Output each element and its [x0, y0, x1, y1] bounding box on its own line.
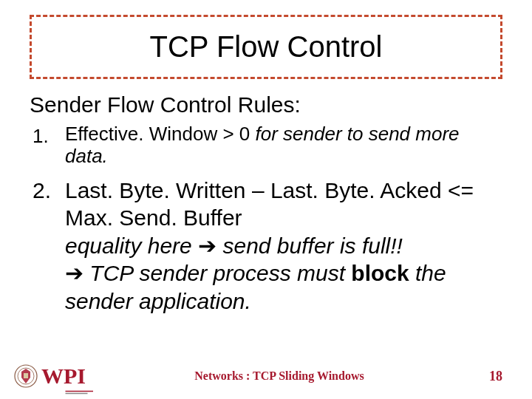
arrow-icon: ➔: [65, 261, 83, 285]
text: send buffer is full!!: [216, 233, 403, 258]
text-line: equality here ➔ send buffer is full!!: [65, 232, 502, 260]
list-content: Last. Byte. Written – Last. Byte. Acked …: [65, 177, 502, 316]
footer: WPI Networks : TCP Sliding Windows 18: [0, 364, 532, 389]
page-number: 18: [473, 369, 502, 384]
text: TCP sender process must: [83, 261, 351, 285]
underline-icon: [56, 390, 130, 395]
list-marker: 2.: [30, 177, 65, 203]
seal-icon: [13, 364, 38, 389]
logo-text-wrap: WPI: [41, 364, 86, 389]
footer-title: Networks : TCP Sliding Windows: [86, 369, 473, 383]
text-line: ➔ TCP sender process must block the send…: [65, 259, 502, 315]
title-box: TCP Flow Control: [30, 15, 502, 79]
logo-text: WPI: [41, 364, 86, 388]
text-bold: block: [351, 261, 409, 285]
subtitle: Sender Flow Control Rules:: [30, 92, 502, 117]
slide-title: TCP Flow Control: [39, 30, 493, 64]
rules-list: 1. Effective. Window > 0 for sender to s…: [30, 123, 502, 315]
list-content: Effective. Window > 0 for sender to send…: [65, 123, 502, 168]
logo: WPI: [13, 364, 86, 389]
list-marker: 1.: [30, 123, 65, 148]
list-item: 2. Last. Byte. Written – Last. Byte. Ack…: [30, 177, 502, 316]
arrow-icon: ➔: [198, 233, 216, 258]
text-line: Last. Byte. Written – Last. Byte. Acked …: [65, 177, 502, 232]
list-item: 1. Effective. Window > 0 for sender to s…: [30, 123, 502, 168]
text: equality here: [65, 233, 198, 258]
svg-rect-2: [24, 373, 28, 378]
text: Effective. Window > 0: [65, 123, 255, 145]
